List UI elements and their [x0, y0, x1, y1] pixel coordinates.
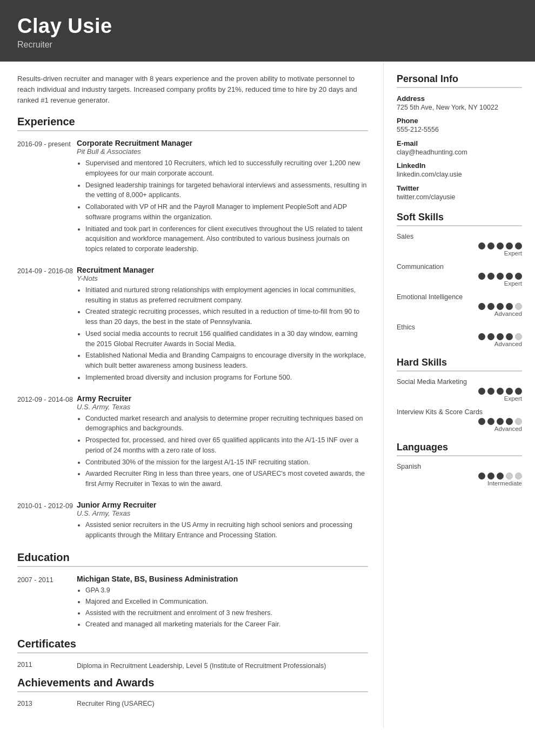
dot-filled — [478, 333, 485, 340]
exp-bullet: Used social media accounts to recruit 15… — [85, 329, 368, 349]
achievement-description: Recruiter Ring (USAREC) — [77, 700, 368, 707]
edu-bullets: GPA 3.9Majored and Excelled in Communica… — [77, 585, 368, 629]
address-label: Address — [397, 94, 522, 103]
hard-skills-section: Hard Skills Social Media MarketingExpert… — [397, 357, 522, 432]
exp-dates: 2010-01 - 2012-09 — [17, 501, 77, 542]
exp-job-title: Junior Army Recruiter — [77, 501, 368, 509]
edu-dates: 2007 - 2011 — [17, 575, 77, 630]
dot-filled — [497, 303, 504, 310]
language-item: SpanishIntermediate — [397, 463, 522, 487]
exp-company: Pit Bull & Associates — [77, 147, 368, 156]
skill-dots — [397, 303, 522, 310]
soft-skills-container: SalesExpertCommunicationExpertEmotional … — [397, 233, 522, 347]
hard-skill-item: Social Media MarketingExpert — [397, 378, 522, 402]
language-dots — [397, 473, 522, 480]
dot-filled — [497, 273, 504, 280]
exp-job-title: Recruitment Manager — [77, 266, 368, 274]
skill-name: Sales — [397, 233, 522, 240]
skill-name: Social Media Marketing — [397, 378, 522, 386]
edu-bullet: Majored and Excelled in Communication. — [85, 597, 368, 607]
experience-section-title: Experience — [17, 116, 368, 131]
exp-bullet: Conducted market research and analysis t… — [85, 414, 368, 434]
dot-empty — [506, 473, 513, 480]
skill-level: Expert — [397, 280, 522, 287]
address-value: 725 5th Ave, New York, NY 10022 — [397, 103, 522, 113]
exp-bullet: Established National Media and Branding … — [85, 350, 368, 371]
skill-name: Interview Kits & Score Cards — [397, 408, 522, 416]
dot-empty — [515, 418, 522, 425]
skill-dots — [397, 418, 522, 425]
dot-filled — [506, 418, 513, 425]
exp-company: Y-Nots — [77, 274, 368, 282]
dot-filled — [478, 303, 485, 310]
resume-header: Clay Usie Recruiter — [0, 0, 535, 62]
soft-skill-item: Emotional IntelligenceAdvanced — [397, 293, 522, 317]
dot-filled — [515, 273, 522, 280]
exp-bullets: Assisted senior recruiters in the US Arm… — [77, 520, 368, 541]
exp-bullet: Implemented broad diversity and inclusio… — [85, 373, 368, 383]
languages-section: Languages SpanishIntermediate — [397, 442, 522, 487]
dot-filled — [497, 388, 504, 395]
skill-level: Expert — [397, 250, 522, 256]
exp-bullet: Awarded Recruiter Ring in less than thre… — [85, 469, 368, 489]
education-section-title: Education — [17, 551, 368, 567]
dot-empty — [515, 303, 522, 310]
education-container: 2007 - 2011Michigan State, BS, Business … — [17, 575, 368, 630]
cert-description: Diploma in Recruitment Leadership, Level… — [77, 661, 368, 671]
dot-filled — [515, 242, 522, 249]
certificates-container: 2011Diploma in Recruitment Leadership, L… — [17, 661, 368, 671]
dot-filled — [497, 242, 504, 249]
summary-text: Results-driven recruiter and manager wit… — [17, 73, 368, 106]
dot-filled — [487, 273, 494, 280]
exp-bullets: Supervised and mentored 10 Recruiters, w… — [77, 158, 368, 254]
exp-company: U.S. Army, Texas — [77, 509, 368, 517]
skill-name: Emotional Intelligence — [397, 293, 522, 301]
languages-title: Languages — [397, 442, 522, 456]
dot-filled — [487, 473, 494, 480]
skill-name: Communication — [397, 263, 522, 271]
edu-content: Michigan State, BS, Business Administrat… — [77, 575, 368, 630]
dot-filled — [487, 242, 494, 249]
exp-bullet: Created strategic recruiting processes, … — [85, 307, 368, 327]
dot-empty — [515, 473, 522, 480]
edu-bullet: Created and managed all marketing materi… — [85, 619, 368, 630]
dot-filled — [506, 303, 513, 310]
dot-filled — [478, 418, 485, 425]
dot-filled — [478, 242, 485, 249]
exp-bullet: Initiated and nurtured strong relationsh… — [85, 285, 368, 306]
dot-filled — [478, 273, 485, 280]
dot-filled — [506, 388, 513, 395]
achievements-section-title: Achievements and Awards — [17, 677, 368, 692]
dot-filled — [487, 418, 494, 425]
exp-content: Corporate Recruitment ManagerPit Bull & … — [77, 139, 368, 256]
experience-container: 2016-09 - presentCorporate Recruitment M… — [17, 139, 368, 542]
edu-school: Michigan State, BS, Business Administrat… — [77, 575, 368, 583]
email-label: E-mail — [397, 139, 522, 147]
soft-skills-title: Soft Skills — [397, 212, 522, 226]
exp-content: Army RecruiterU.S. Army, TexasConducted … — [77, 394, 368, 491]
exp-job-title: Army Recruiter — [77, 394, 368, 403]
personal-info-title: Personal Info — [397, 73, 522, 88]
dot-filled — [478, 473, 485, 480]
exp-bullet: Initiated and took part in conferences f… — [85, 224, 368, 254]
dot-filled — [478, 388, 485, 395]
main-layout: Results-driven recruiter and manager wit… — [0, 62, 535, 728]
achievements-container: 2013Recruiter Ring (USAREC) — [17, 700, 368, 707]
exp-bullet: Designed leadership trainings for target… — [85, 180, 368, 201]
soft-skill-item: CommunicationExpert — [397, 263, 522, 287]
experience-entry: 2012-09 - 2014-08Army RecruiterU.S. Army… — [17, 394, 368, 491]
skill-level: Advanced — [397, 310, 522, 317]
exp-dates: 2016-09 - present — [17, 139, 77, 256]
right-column: Personal Info Address 725 5th Ave, New Y… — [384, 62, 535, 728]
linkedin-label: LinkedIn — [397, 161, 522, 170]
dot-empty — [515, 333, 522, 340]
dot-filled — [497, 473, 504, 480]
exp-content: Recruitment ManagerY-NotsInitiated and n… — [77, 266, 368, 384]
certificate-entry: 2011Diploma in Recruitment Leadership, L… — [17, 661, 368, 671]
experience-entry: 2010-01 - 2012-09Junior Army RecruiterU.… — [17, 501, 368, 542]
skill-level: Expert — [397, 395, 522, 402]
exp-bullet: Collaborated with VP of HR and the Payro… — [85, 202, 368, 222]
edu-bullet: Assisted with the recruitment and enrolm… — [85, 608, 368, 618]
cert-year: 2011 — [17, 661, 77, 671]
language-level: Intermediate — [397, 480, 522, 487]
